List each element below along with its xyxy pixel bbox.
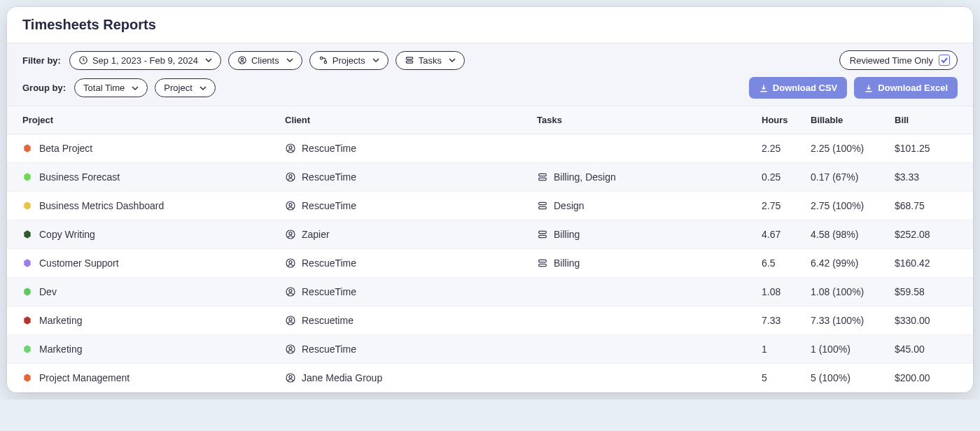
hours-value: 1.08 xyxy=(762,286,811,297)
person-icon xyxy=(285,257,296,269)
person-icon xyxy=(285,286,296,297)
client-name: Rescuetime xyxy=(302,315,354,326)
project-name: Project Management xyxy=(39,372,130,383)
hours-value: 2.75 xyxy=(762,200,811,211)
group-row: Group by: Total Time Project Download CS… xyxy=(22,77,958,99)
svg-point-8 xyxy=(289,146,292,149)
reviewed-checkbox[interactable] xyxy=(939,55,950,66)
svg-rect-12 xyxy=(539,178,547,180)
svg-point-28 xyxy=(289,318,292,321)
svg-point-10 xyxy=(289,175,292,178)
chevron-down-icon xyxy=(372,57,379,64)
bill-value: $160.42 xyxy=(895,257,958,269)
table-row[interactable]: MarketingRescuetime7.337.33 (100%)$330.0… xyxy=(7,306,973,335)
project-color-icon xyxy=(22,201,32,211)
project-color-icon xyxy=(22,229,32,239)
hours-value: 1 xyxy=(762,344,811,355)
table-row[interactable]: Business ForecastRescueTimeBilling, Desi… xyxy=(7,163,973,192)
group-label: Group by: xyxy=(22,83,66,93)
chevron-down-icon xyxy=(286,57,293,64)
bill-value: $101.25 xyxy=(895,143,958,154)
person-icon xyxy=(237,55,247,65)
svg-point-26 xyxy=(289,290,292,292)
col-client[interactable]: Client xyxy=(285,115,537,125)
group-total-time[interactable]: Total Time xyxy=(74,78,148,97)
svg-rect-23 xyxy=(539,260,547,262)
svg-point-25 xyxy=(286,288,295,296)
tasks-filter[interactable]: Tasks xyxy=(396,51,465,70)
billable-value: 4.58 (98%) xyxy=(811,229,895,240)
col-project[interactable]: Project xyxy=(22,115,285,125)
hours-value: 7.33 xyxy=(762,315,811,326)
svg-point-31 xyxy=(286,374,295,382)
table-row[interactable]: Project ManagementJane Media Group55 (10… xyxy=(7,364,973,393)
projects-filter[interactable]: Projects xyxy=(309,51,388,70)
svg-point-4 xyxy=(324,61,327,64)
project-color-icon xyxy=(22,287,32,297)
billable-value: 1 (100%) xyxy=(811,344,895,355)
svg-rect-20 xyxy=(539,235,547,237)
col-bill[interactable]: Bill xyxy=(895,115,958,125)
date-range-text: Sep 1, 2023 - Feb 9, 2024 xyxy=(92,55,198,66)
tasks-icon xyxy=(537,171,548,183)
col-billable[interactable]: Billable xyxy=(811,115,895,125)
group-project[interactable]: Project xyxy=(155,78,215,97)
col-tasks[interactable]: Tasks xyxy=(537,115,762,125)
download-excel-button[interactable]: Download Excel xyxy=(854,77,958,99)
person-icon xyxy=(285,344,296,355)
group-project-label: Project xyxy=(164,83,192,93)
chevron-down-icon xyxy=(200,85,206,92)
reviewed-time-only-toggle[interactable]: Reviewed Time Only xyxy=(839,50,958,70)
bill-value: $200.00 xyxy=(895,372,958,383)
download-icon xyxy=(759,83,769,93)
table-row[interactable]: Customer SupportRescueTimeBilling6.56.42… xyxy=(7,249,973,278)
table-row[interactable]: Beta ProjectRescueTime2.252.25 (100%)$10… xyxy=(7,134,973,163)
svg-point-18 xyxy=(289,232,292,235)
svg-rect-16 xyxy=(539,206,547,209)
person-icon xyxy=(285,143,296,154)
project-name: Business Metrics Dashboard xyxy=(39,200,164,211)
person-icon xyxy=(285,315,296,326)
table-header: Project Client Tasks Hours Billable Bill xyxy=(7,106,973,134)
billable-value: 1.08 (100%) xyxy=(811,286,895,297)
client-name: Zapier xyxy=(302,229,330,240)
chevron-down-icon xyxy=(449,57,456,64)
svg-point-9 xyxy=(286,173,295,181)
client-name: Jane Media Group xyxy=(302,372,382,383)
person-icon xyxy=(285,171,296,183)
person-icon xyxy=(285,372,296,383)
project-name: Customer Support xyxy=(39,257,119,269)
svg-point-21 xyxy=(286,259,295,267)
clients-filter[interactable]: Clients xyxy=(228,51,302,70)
table-row[interactable]: Copy WritingZapierBilling4.674.58 (98%)$… xyxy=(7,220,973,249)
bill-value: $68.75 xyxy=(895,200,958,211)
table-row[interactable]: DevRescueTime1.081.08 (100%)$59.58 xyxy=(7,278,973,306)
col-hours[interactable]: Hours xyxy=(762,115,811,125)
svg-point-3 xyxy=(320,57,323,59)
hours-value: 2.25 xyxy=(762,143,811,154)
billable-value: 2.75 (100%) xyxy=(811,200,895,211)
task-names: Billing, Design xyxy=(554,171,616,183)
svg-point-32 xyxy=(289,376,292,379)
bill-value: $252.08 xyxy=(895,229,958,240)
billable-value: 0.17 (67%) xyxy=(811,171,895,183)
project-color-icon xyxy=(22,143,32,153)
filter-row: Filter by: Sep 1, 2023 - Feb 9, 2024 Cli… xyxy=(22,50,958,70)
client-name: RescueTime xyxy=(302,286,356,297)
table-row[interactable]: Business Metrics DashboardRescueTimeDesi… xyxy=(7,192,973,220)
client-name: RescueTime xyxy=(302,344,356,355)
project-name: Marketing xyxy=(39,315,82,326)
task-names: Billing xyxy=(554,229,580,240)
svg-point-14 xyxy=(289,204,292,206)
project-color-icon xyxy=(22,258,32,268)
date-range-filter[interactable]: Sep 1, 2023 - Feb 9, 2024 xyxy=(69,51,221,70)
svg-point-27 xyxy=(286,316,295,325)
bill-value: $330.00 xyxy=(895,315,958,326)
download-icon xyxy=(864,83,874,93)
task-names: Billing xyxy=(554,257,580,269)
billable-value: 7.33 (100%) xyxy=(811,315,895,326)
table-row[interactable]: MarketingRescueTime11 (100%)$45.00 xyxy=(7,335,973,364)
projects-filter-label: Projects xyxy=(332,55,365,66)
project-name: Marketing xyxy=(39,344,82,355)
download-csv-button[interactable]: Download CSV xyxy=(749,77,847,99)
